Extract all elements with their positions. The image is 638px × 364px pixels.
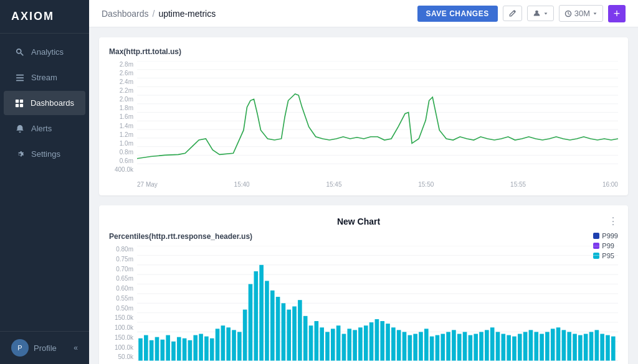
line-chart: 2.8m 2.6m 2.4m 2.2m 2.0m 1.8m 1.6m 1.4m … [109, 61, 618, 185]
svg-rect-120 [595, 330, 599, 360]
user-button[interactable] [527, 6, 554, 21]
svg-rect-77 [358, 327, 363, 360]
svg-rect-98 [474, 334, 478, 361]
svg-rect-113 [556, 327, 561, 360]
line-chart-x-axis: 27 May 15:40 15:45 15:50 15:55 16:00 [137, 175, 618, 188]
sidebar: AXIOM Analytics Stream Dashboards Alerts [0, 0, 89, 364]
header-actions: SAVE CHANGES 30M + [417, 5, 626, 22]
svg-rect-4 [16, 80, 24, 81]
time-range-label: 30M [574, 9, 590, 18]
svg-rect-40 [155, 337, 160, 361]
svg-rect-59 [259, 265, 264, 361]
dashboards-label: Dashboards [31, 98, 74, 108]
svg-rect-95 [457, 334, 462, 361]
alerts-label: Alerts [31, 124, 52, 133]
svg-rect-37 [138, 338, 143, 361]
svg-rect-3 [16, 77, 24, 78]
breadcrumb-current: uptime-metrics [158, 9, 216, 19]
profile-label: Profile [34, 343, 57, 353]
svg-rect-93 [446, 332, 450, 360]
profile-button[interactable]: P Profile [11, 339, 57, 357]
sidebar-item-stream[interactable]: Stream [4, 65, 85, 90]
svg-rect-111 [545, 332, 550, 360]
svg-rect-6 [20, 99, 23, 102]
bar-chart: 0.80m 0.75m 0.70m 0.65m 0.60m 0.55m 0.50… [109, 246, 618, 364]
svg-rect-101 [490, 327, 495, 360]
svg-rect-70 [320, 327, 324, 360]
svg-rect-109 [534, 332, 538, 360]
svg-rect-66 [298, 300, 302, 360]
content-area: Max(http.rtt.total.us) 2.8m 2.6m 2.4m 2.… [89, 27, 638, 364]
svg-rect-110 [540, 334, 544, 361]
chart-card-2: New Chart ⋮ Percentiles(http.rtt.respons… [99, 205, 628, 364]
edit-button[interactable] [503, 6, 522, 21]
svg-rect-87 [413, 334, 417, 361]
line-chart-area: 27 May 15:40 15:45 15:50 15:55 16:00 [137, 61, 618, 185]
sidebar-item-analytics[interactable]: Analytics [4, 40, 85, 64]
svg-rect-102 [496, 332, 500, 360]
sidebar-item-settings[interactable]: Settings [4, 142, 85, 166]
settings-label: Settings [31, 149, 60, 159]
add-button[interactable]: + [608, 5, 626, 22]
time-range-button[interactable]: 30M [559, 5, 603, 22]
chart2-title: New Chart [109, 217, 608, 226]
sidebar-footer: P Profile « [0, 331, 89, 364]
svg-rect-65 [292, 306, 297, 360]
chart-menu-button[interactable]: ⋮ [608, 215, 618, 227]
bell-icon [15, 124, 25, 133]
sidebar-item-alerts[interactable]: Alerts [4, 116, 85, 141]
svg-rect-54 [232, 330, 236, 360]
svg-rect-46 [188, 340, 193, 361]
svg-rect-78 [364, 325, 368, 360]
svg-rect-119 [589, 332, 594, 360]
svg-rect-63 [282, 303, 286, 360]
legend-label-p999: P999 [602, 232, 618, 240]
svg-rect-57 [249, 284, 253, 361]
svg-rect-62 [276, 297, 280, 361]
gear-icon [15, 150, 25, 159]
svg-rect-106 [518, 334, 522, 361]
sidebar-nav: Analytics Stream Dashboards Alerts Setti [0, 34, 89, 331]
svg-rect-44 [177, 337, 181, 361]
collapse-button[interactable]: « [74, 343, 78, 352]
svg-rect-115 [567, 332, 571, 360]
svg-rect-121 [600, 334, 604, 361]
bar-chart-svg [137, 246, 618, 364]
svg-rect-123 [611, 337, 616, 361]
svg-rect-112 [551, 329, 555, 360]
breadcrumb-parent[interactable]: Dashboards [102, 9, 149, 19]
bar-chart-area: 27 May 15:40 15:45 15:50 15:55 16:00 [137, 246, 618, 364]
svg-rect-84 [397, 330, 401, 360]
svg-rect-86 [408, 335, 412, 361]
dashboards-icon [15, 99, 24, 108]
svg-rect-99 [479, 332, 483, 360]
svg-rect-5 [16, 99, 19, 102]
legend-item-p999: P999 [593, 232, 618, 240]
save-changes-button[interactable]: SAVE CHANGES [417, 6, 498, 22]
line-chart-svg [137, 61, 618, 173]
svg-rect-97 [469, 335, 473, 361]
svg-rect-2 [16, 74, 24, 75]
svg-rect-60 [265, 281, 269, 360]
svg-line-1 [21, 53, 23, 55]
svg-rect-96 [463, 332, 467, 360]
svg-rect-49 [204, 337, 209, 361]
svg-rect-47 [193, 335, 198, 361]
sidebar-item-dashboards[interactable]: Dashboards [4, 91, 85, 115]
svg-rect-42 [166, 335, 170, 361]
stream-icon [15, 73, 25, 82]
svg-rect-73 [336, 325, 341, 360]
svg-rect-69 [315, 321, 319, 361]
svg-rect-53 [226, 327, 231, 360]
svg-rect-41 [160, 340, 164, 361]
svg-rect-80 [375, 319, 379, 361]
chart2-header: New Chart ⋮ [109, 215, 618, 227]
svg-rect-85 [402, 332, 407, 360]
svg-rect-89 [424, 329, 429, 360]
svg-rect-55 [237, 332, 242, 360]
svg-rect-51 [216, 329, 220, 360]
svg-rect-75 [347, 329, 351, 360]
svg-rect-52 [221, 325, 226, 360]
bar-chart-y-axis: 0.80m 0.75m 0.70m 0.65m 0.60m 0.55m 0.50… [109, 246, 137, 364]
svg-rect-117 [578, 335, 583, 361]
